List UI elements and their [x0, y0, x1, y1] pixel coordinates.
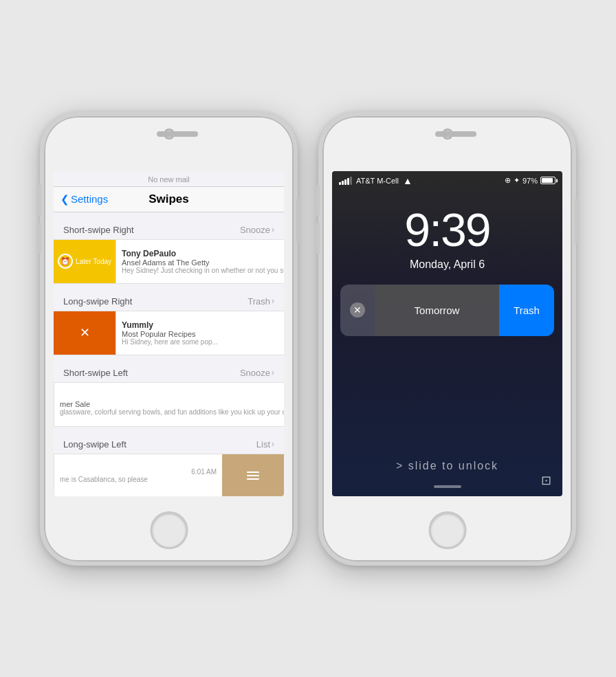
phone-1-screen: No new mail ❮ Settings Swipes Short-swip…	[54, 171, 284, 496]
trash-label[interactable]: Trash	[514, 304, 540, 316]
short-swipe-right-section: Short-swipe Right Snooze › ⏰ Later Today…	[54, 221, 284, 284]
notif-tomorrow-btn[interactable]: Tomorrow	[375, 285, 499, 336]
list-icon	[244, 469, 262, 482]
battery-fill	[542, 178, 553, 183]
signal-bar-3	[344, 179, 346, 185]
short-swipe-right-preview: ⏰ Later Today Tony DePaulo Ansel Adams a…	[54, 239, 284, 284]
clock-icon: ⏰	[58, 254, 73, 269]
short-swipe-right-label: Short-swipe Right	[63, 225, 134, 235]
signal-bar-4	[347, 178, 349, 185]
lock-status-bar: AT&T M-Cell ▲ ⊕ ✦ 97%	[332, 171, 562, 189]
no-new-mail-text: No new mail	[148, 175, 190, 184]
email-body-4: me is Casablanca, so please	[60, 476, 217, 483]
back-label: Settings	[71, 193, 108, 205]
speaker-1	[157, 131, 198, 137]
lock-date: Monday, April 6	[332, 258, 562, 271]
short-swipe-left-label: Short-swipe Left	[63, 368, 128, 378]
phone-2: AT&T M-Cell ▲ ⊕ ✦ 97% 9:39 Monday	[318, 112, 576, 566]
email-subject-3: mer Sale	[60, 400, 284, 408]
speaker-2	[435, 131, 476, 137]
bluetooth-icon: ✦	[514, 176, 520, 185]
slide-text: > slide to unlock	[396, 460, 498, 471]
swipes-nav-bar: ❮ Settings Swipes	[54, 187, 284, 212]
phone-2-screen: AT&T M-Cell ▲ ⊕ ✦ 97% 9:39 Monday	[332, 171, 562, 496]
signal-bar-2	[342, 181, 344, 185]
chevron-icon-3: ›	[272, 368, 274, 377]
home-indicator	[434, 485, 461, 488]
signal-bar-5	[350, 177, 352, 185]
signal-bar-1	[339, 182, 341, 185]
email-preview-3: 6:23 AM mer Sale glassware, colorful ser…	[54, 383, 284, 426]
phone-1: No new mail ❮ Settings Swipes Short-swip…	[40, 112, 298, 566]
notif-dismiss-btn[interactable]: ✕	[340, 285, 375, 336]
dismiss-circle-icon[interactable]: ✕	[350, 302, 365, 318]
short-swipe-left-header: Short-swipe Left Snooze ›	[54, 364, 284, 382]
slide-to-unlock[interactable]: > slide to unlock	[332, 460, 562, 472]
lock-screen: AT&T M-Cell ▲ ⊕ ✦ 97% 9:39 Monday	[332, 171, 562, 496]
battery-bar	[540, 177, 556, 184]
long-swipe-right-value: Trash ›	[248, 296, 274, 307]
battery-pct-label: 97%	[522, 177, 538, 185]
vol-up-button-2[interactable]	[316, 185, 320, 216]
chevron-icon-4: ›	[272, 439, 274, 449]
email-subject-2: Most Popular Recipes	[122, 330, 278, 338]
long-swipe-left-value: List ›	[256, 439, 274, 450]
signal-bars	[339, 177, 352, 185]
phones-container: No new mail ❮ Settings Swipes Short-swip…	[26, 98, 590, 579]
tomorrow-label[interactable]: Tomorrow	[415, 304, 460, 316]
notif-trash-btn[interactable]: Trash	[499, 285, 554, 336]
no-new-mail-bar: No new mail	[54, 171, 284, 187]
carrier-label: AT&T M-Cell	[356, 177, 399, 185]
email-body-2: Hi Sidney, here are some pop...	[122, 338, 278, 346]
lock-notification[interactable]: ✕ Tomorrow Trash	[340, 285, 554, 336]
chevron-icon-2: ›	[272, 296, 274, 306]
email-time-4: 6:01 AM	[60, 468, 217, 476]
swipes-screen: No new mail ❮ Settings Swipes Short-swip…	[54, 171, 284, 496]
sleep-button-2[interactable]	[575, 199, 578, 243]
short-swipe-right-value: Snooze ›	[240, 225, 274, 235]
later-today-label: Later Today	[76, 258, 111, 265]
vol-down-button-2[interactable]	[316, 223, 320, 254]
long-swipe-left-preview: 6:01 AM me is Casablanca, so please	[54, 454, 284, 496]
short-swipe-left-section: Short-swipe Left Snooze › 6:23 AM mer Sa…	[54, 364, 284, 427]
list-line-1	[247, 471, 259, 473]
email-sender-1: Tony DePaulo	[122, 249, 284, 258]
long-swipe-left-section: Long-swipe Left List › 6:01 AM me is Cas…	[54, 435, 284, 496]
long-swipe-right-preview: ✕ Yummly Most Popular Recipes Hi Sidney,…	[54, 311, 284, 355]
x-icon: ✕	[80, 325, 90, 340]
location-icon: ⊕	[505, 176, 511, 185]
email-preview-4: 6:01 AM me is Casablanca, so please	[54, 454, 222, 496]
list-action-btn	[222, 454, 284, 496]
email-body-1: Hey Sidney! Just checking in on whether …	[122, 267, 284, 274]
wifi-icon: ▲	[403, 175, 412, 186]
email-body-3: glassware, colorful serving bowls, and f…	[60, 408, 284, 416]
list-line-3	[247, 478, 259, 480]
long-swipe-right-header: Long-swipe Right Trash ›	[54, 292, 284, 311]
short-swipe-right-header: Short-swipe Right Snooze ›	[54, 221, 284, 239]
long-swipe-right-label: Long-swipe Right	[63, 296, 132, 307]
trash-action-btn: ✕	[54, 311, 116, 355]
email-sender-2: Yummly	[122, 320, 278, 330]
swipes-title: Swipes	[148, 192, 189, 206]
email-preview-2: Yummly Most Popular Recipes Hi Sidney, h…	[116, 311, 284, 355]
signal-area: AT&T M-Cell ▲	[339, 175, 412, 186]
email-time-3: 6:23 AM	[60, 392, 284, 400]
snooze-action-btn: ⏰ Later Today	[54, 240, 116, 283]
camera-icon[interactable]: ⊡	[541, 473, 551, 488]
vol-down-button[interactable]	[38, 223, 41, 254]
list-line-2	[247, 475, 259, 476]
lock-time: 9:39	[332, 206, 562, 253]
back-chevron-icon: ❮	[60, 193, 69, 206]
long-swipe-left-header: Long-swipe Left List ›	[54, 435, 284, 454]
vol-up-button[interactable]	[38, 185, 41, 216]
settings-back-button[interactable]: ❮ Settings	[60, 193, 108, 206]
lock-right-icons: ⊕ ✦ 97%	[505, 176, 556, 185]
long-swipe-left-label: Long-swipe Left	[63, 439, 126, 450]
email-preview-1: Tony DePaulo Ansel Adams at The Getty He…	[116, 240, 284, 283]
long-swipe-right-section: Long-swipe Right Trash › ✕ Yummly Most P…	[54, 292, 284, 355]
sleep-button[interactable]	[296, 199, 300, 243]
short-swipe-left-preview: 6:23 AM mer Sale glassware, colorful ser…	[54, 382, 284, 427]
home-button-2[interactable]	[428, 511, 466, 549]
email-subject-1: Ansel Adams at The Getty	[122, 258, 284, 267]
home-button-1[interactable]	[150, 511, 188, 549]
